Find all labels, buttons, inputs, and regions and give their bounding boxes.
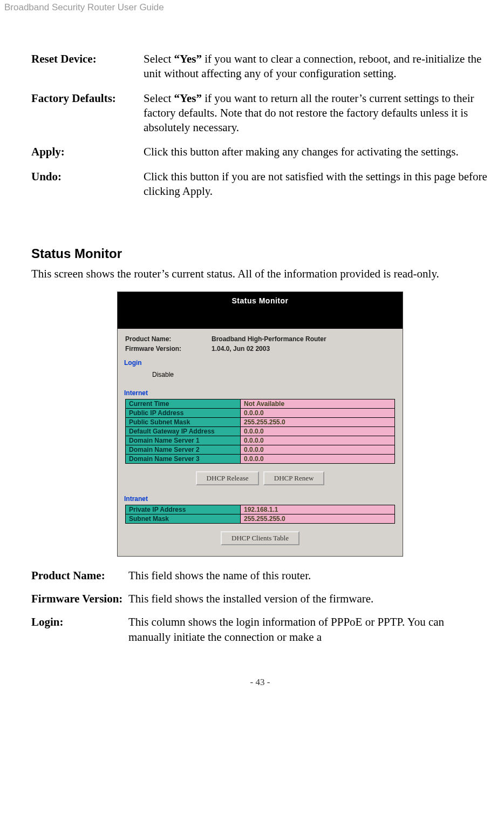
def-desc: This field shows the name of this router… bbox=[128, 568, 489, 583]
internet-val: Not Available bbox=[241, 399, 395, 408]
def-text-bold: “Yes” bbox=[174, 92, 202, 105]
internet-key: Domain Name Server 1 bbox=[126, 436, 241, 445]
def-desc: Select “Yes” if you want to clear a conn… bbox=[144, 52, 489, 82]
def-row-product-name: Product Name: This field shows the name … bbox=[31, 568, 489, 583]
dhcp-renew-button[interactable]: DHCP Renew bbox=[263, 471, 325, 485]
internet-val: 0.0.0.0 bbox=[241, 408, 395, 417]
intranet-table: Private IP Address192.168.1.1 Subnet Mas… bbox=[125, 505, 395, 524]
table-row: Private IP Address192.168.1.1 bbox=[126, 505, 395, 514]
dhcp-release-button[interactable]: DHCP Release bbox=[196, 471, 260, 485]
screenshot-info-row: Firmware Version: 1.04.0, Jun 02 2003 bbox=[125, 344, 395, 354]
table-row: Domain Name Server 30.0.0.0 bbox=[126, 454, 395, 463]
intranet-key: Private IP Address bbox=[126, 505, 241, 514]
internet-val: 0.0.0.0 bbox=[241, 436, 395, 445]
dhcp-clients-table-button[interactable]: DHCP Clients Table bbox=[221, 531, 299, 545]
table-row: Domain Name Server 20.0.0.0 bbox=[126, 445, 395, 454]
login-value: Disable bbox=[152, 369, 395, 384]
internet-key: Domain Name Server 2 bbox=[126, 445, 241, 454]
intranet-key: Subnet Mask bbox=[126, 514, 241, 523]
def-text-pre: Click this button after making any chang… bbox=[144, 145, 459, 158]
dhcp-clients-button-row: DHCP Clients Table bbox=[125, 531, 395, 545]
definition-list-top: Reset Device: Select “Yes” if you want t… bbox=[31, 52, 489, 199]
internet-key: Public Subnet Mask bbox=[126, 417, 241, 426]
def-row-apply: Apply: Click this button after making an… bbox=[31, 145, 489, 159]
def-term: Undo: bbox=[31, 170, 144, 199]
section-title-status-monitor: Status Monitor bbox=[31, 246, 489, 261]
embedded-screenshot: Status Monitor Product Name: Broadband H… bbox=[117, 292, 403, 557]
def-text-pre: Select bbox=[144, 52, 174, 65]
def-term: Reset Device: bbox=[31, 52, 144, 82]
def-row-reset-device: Reset Device: Select “Yes” if you want t… bbox=[31, 52, 489, 82]
def-term: Login: bbox=[31, 615, 128, 645]
product-name-label: Product Name: bbox=[125, 335, 212, 343]
internet-val: 0.0.0.0 bbox=[241, 445, 395, 454]
login-section-label: Login bbox=[124, 359, 395, 367]
dhcp-button-row: DHCP Release DHCP Renew bbox=[125, 471, 395, 485]
def-row-undo: Undo: Click this button if you are not s… bbox=[31, 170, 489, 199]
internet-key: Public IP Address bbox=[126, 408, 241, 417]
def-text-bold: “Yes” bbox=[174, 52, 202, 65]
def-term: Firmware Version: bbox=[31, 592, 128, 606]
internet-key: Domain Name Server 3 bbox=[126, 454, 241, 463]
internet-table: Current TimeNot Available Public IP Addr… bbox=[125, 399, 395, 464]
def-desc: This column shows the login information … bbox=[128, 615, 489, 645]
intranet-val: 192.168.1.1 bbox=[241, 505, 395, 514]
internet-val: 255.255.255.0 bbox=[241, 417, 395, 426]
screenshot-info-row: Product Name: Broadband High-Performance… bbox=[125, 334, 395, 344]
table-row: Domain Name Server 10.0.0.0 bbox=[126, 436, 395, 445]
def-text-pre: Click this button if you are not satisfi… bbox=[144, 170, 487, 198]
internet-key: Current Time bbox=[126, 399, 241, 408]
table-row: Default Gateway IP Address0.0.0.0 bbox=[126, 426, 395, 436]
page-number: - 43 - bbox=[31, 677, 489, 693]
def-term: Apply: bbox=[31, 145, 144, 159]
firmware-version-value: 1.04.0, Jun 02 2003 bbox=[212, 345, 270, 353]
def-desc: Click this button if you are not satisfi… bbox=[144, 170, 489, 199]
intranet-val: 255.255.255.0 bbox=[241, 514, 395, 523]
def-term: Product Name: bbox=[31, 568, 128, 583]
table-row: Subnet Mask255.255.255.0 bbox=[126, 514, 395, 523]
def-desc: Select “Yes” if you want to return all t… bbox=[144, 91, 489, 136]
def-text-pre: Select bbox=[144, 92, 174, 105]
section-intro: This screen shows the router’s current s… bbox=[31, 267, 489, 281]
def-row-factory-defaults: Factory Defaults: Select “Yes” if you wa… bbox=[31, 91, 489, 136]
screenshot-titlebar: Status Monitor bbox=[118, 292, 403, 309]
table-row: Current TimeNot Available bbox=[126, 399, 395, 408]
table-row: Public IP Address0.0.0.0 bbox=[126, 408, 395, 417]
internet-val: 0.0.0.0 bbox=[241, 426, 395, 436]
internet-key: Default Gateway IP Address bbox=[126, 426, 241, 436]
intranet-section-label: Intranet bbox=[124, 495, 395, 503]
firmware-version-label: Firmware Version: bbox=[125, 345, 212, 353]
definition-list-bottom: Product Name: This field shows the name … bbox=[31, 568, 489, 645]
table-row: Public Subnet Mask255.255.255.0 bbox=[126, 417, 395, 426]
def-term: Factory Defaults: bbox=[31, 91, 144, 136]
page-header: Broadband Security Router User Guide bbox=[4, 0, 489, 13]
def-row-login: Login: This column shows the login infor… bbox=[31, 615, 489, 645]
product-name-value: Broadband High-Performance Router bbox=[212, 335, 326, 343]
def-desc: This field shows the installed version o… bbox=[128, 592, 489, 606]
internet-section-label: Internet bbox=[124, 389, 395, 397]
def-row-firmware-version: Firmware Version: This field shows the i… bbox=[31, 592, 489, 606]
internet-val: 0.0.0.0 bbox=[241, 454, 395, 463]
def-desc: Click this button after making any chang… bbox=[144, 145, 489, 159]
screenshot-black-strip bbox=[118, 309, 403, 329]
